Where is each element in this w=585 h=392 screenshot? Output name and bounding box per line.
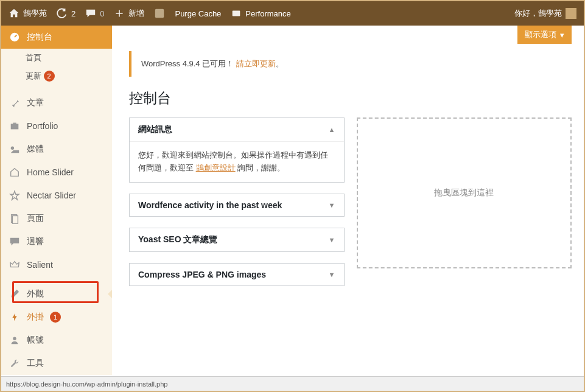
widget-dropzone[interactable]: 拖曳區塊到這裡	[357, 117, 572, 268]
performance-link[interactable]: Performance	[231, 8, 290, 19]
sidebar-item-portfolio[interactable]: Portfolio	[1, 114, 112, 138]
site-home-link[interactable]: 鵠學苑	[9, 8, 47, 19]
notice-text: WordPress 4.9.4 已可用！	[141, 59, 234, 68]
metabox-title: Compress JPEG & PNG images	[138, 270, 266, 279]
sidebar-item-plugins[interactable]: 外掛 1	[1, 306, 112, 329]
metabox-site-info: 網站訊息 ▲ 您好，歡迎來到網站控制台。如果操作過程中有遇到任何問題，歡迎至 鵠…	[129, 117, 345, 183]
comments-icon	[9, 236, 21, 248]
sidebar-item-users[interactable]: 帳號	[1, 329, 112, 352]
plus-icon	[114, 8, 125, 19]
dropzone-label: 拖曳區塊到這裡	[434, 187, 494, 198]
triangle-down-icon: ▼	[329, 271, 335, 278]
plugin-icon	[9, 311, 21, 323]
page-title: 控制台	[129, 89, 572, 108]
sidebar-item-media[interactable]: 媒體	[1, 138, 112, 161]
sidebar-item-appearance[interactable]: 外觀	[1, 282, 112, 306]
svg-rect-7	[12, 216, 18, 224]
media-icon	[9, 143, 21, 155]
update-now-link[interactable]: 請立即更新	[236, 59, 276, 68]
star-icon	[9, 189, 21, 201]
sidebar-label: Portfolio	[27, 121, 58, 131]
performance-label: Performance	[245, 9, 290, 18]
metabox-yoast: Yoast SEO 文章總覽 ▼	[129, 228, 345, 252]
portfolio-icon	[9, 120, 21, 132]
metabox-wordfence: Wordfence activity in the past week ▼	[129, 194, 345, 217]
purge-cache-link[interactable]: Purge Cache	[175, 9, 221, 18]
sidebar-label: Salient	[27, 260, 53, 270]
metabox-toggle[interactable]: 網站訊息 ▲	[130, 118, 344, 142]
metabox-toggle[interactable]: Yoast SEO 文章總覽 ▼	[130, 228, 344, 251]
status-url: https://blog.design-hu.com/wp-admin/plug…	[6, 380, 167, 388]
home-icon	[9, 8, 19, 19]
metabox-compress: Compress JPEG & PNG images ▼	[129, 263, 345, 286]
yoast-link[interactable]	[154, 8, 165, 19]
sidebar-label: 帳號	[27, 335, 44, 346]
svg-rect-4	[11, 124, 19, 129]
svg-rect-1	[233, 11, 240, 16]
sidebar-label: 外觀	[27, 289, 44, 299]
sidebar-label: 工具	[27, 358, 44, 369]
page-icon	[9, 212, 21, 225]
sidebar-item-tools[interactable]: 工具	[1, 352, 112, 375]
sidebar-label: 媒體	[27, 144, 44, 155]
site-name-label: 鵠學苑	[23, 8, 47, 19]
comments-count: 0	[100, 9, 104, 18]
crown-icon	[9, 259, 21, 271]
comments-link[interactable]: 0	[85, 8, 104, 19]
sidebar-item-nectar-slider[interactable]: Nectar Slider	[1, 184, 112, 207]
sidebar-label: 頁面	[27, 213, 44, 224]
refresh-icon	[57, 8, 68, 19]
updates-badge: 2	[44, 71, 55, 82]
metabox-title: Wordfence activity in the past week	[138, 200, 282, 210]
sidebar-label: 控制台	[27, 32, 52, 43]
sidebar-label: Home Slider	[27, 167, 74, 177]
screen-options-label: 顯示選項	[525, 29, 556, 40]
metabox-title: 網站訊息	[138, 124, 172, 135]
sidebar-label: Nectar Slider	[27, 191, 76, 200]
sidebar-label: 外掛	[27, 312, 44, 323]
sidebar-label: 文章	[27, 97, 44, 108]
svg-rect-2	[566, 8, 576, 19]
sidebar-item-salient[interactable]: Salient	[1, 253, 112, 276]
triangle-down-icon: ▼	[329, 236, 335, 243]
admin-sidebar: 控制台 首頁 更新 2 文章 Portfolio 媒體 Home Slider …	[1, 26, 112, 375]
sidebar-sub-updates[interactable]: 更新 2	[1, 67, 112, 85]
user-account-menu[interactable]: 你好，鵠學苑	[514, 8, 576, 19]
triangle-down-icon: ▼	[329, 201, 335, 209]
site-info-body: 您好，歡迎來到網站控制台。如果操作過程中有遇到任何問題，歡迎至 鵠創意設計 詢問…	[130, 142, 344, 182]
user-icon	[9, 334, 21, 346]
notice-suffix: 。	[276, 59, 284, 68]
metabox-title: Yoast SEO 文章總覽	[138, 234, 217, 245]
dashboard-main: 顯示選項 ▾ WordPress 4.9.4 已可用！ 請立即更新。 控制台 網…	[112, 26, 584, 375]
add-new-menu[interactable]: 新增	[114, 8, 144, 19]
add-new-label: 新增	[128, 8, 144, 19]
comment-icon	[85, 8, 96, 19]
screen-options-button[interactable]: 顯示選項 ▾	[517, 26, 572, 44]
sidebar-item-posts[interactable]: 文章	[1, 91, 112, 114]
update-notice: WordPress 4.9.4 已可用！ 請立即更新。	[129, 51, 572, 77]
performance-icon	[231, 8, 242, 19]
updates-count: 2	[71, 9, 75, 18]
site-info-link[interactable]: 鵠創意設計	[196, 163, 236, 172]
sidebar-item-comments[interactable]: 迴響	[1, 230, 112, 253]
wrench-icon	[9, 357, 21, 369]
dashboard-icon	[9, 31, 21, 43]
metabox-toggle[interactable]: Wordfence activity in the past week ▼	[130, 194, 344, 216]
updates-link[interactable]: 2	[57, 8, 75, 19]
purge-cache-label: Purge Cache	[175, 9, 221, 18]
sidebar-item-home-slider[interactable]: Home Slider	[1, 161, 112, 184]
brush-icon	[9, 288, 21, 300]
sidebar-label: 迴響	[27, 236, 44, 247]
sidebar-item-pages[interactable]: 頁面	[1, 207, 112, 230]
sidebar-item-dashboard[interactable]: 控制台	[1, 26, 112, 49]
dashboard-right-column: 拖曳區塊到這裡	[357, 117, 572, 297]
dashboard-left-column: 網站訊息 ▲ 您好，歡迎來到網站控制台。如果操作過程中有遇到任何問題，歡迎至 鵠…	[129, 117, 345, 297]
sidebar-sub-home[interactable]: 首頁	[1, 49, 112, 67]
triangle-up-icon: ▲	[329, 126, 335, 133]
svg-point-8	[13, 337, 16, 340]
browser-status-bar: https://blog.design-hu.com/wp-admin/plug…	[1, 376, 584, 391]
greeting-label: 你好，鵠學苑	[514, 8, 562, 19]
metabox-toggle[interactable]: Compress JPEG & PNG images ▼	[130, 264, 344, 285]
home-slider-icon	[9, 166, 21, 178]
svg-rect-0	[155, 9, 164, 18]
